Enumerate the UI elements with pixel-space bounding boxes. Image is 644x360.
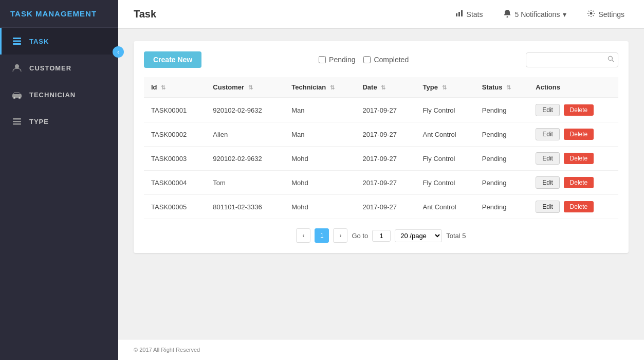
col-date: Date ⇅ (355, 77, 415, 98)
sidebar-bottom (0, 346, 118, 360)
sort-status-icon[interactable]: ⇅ (506, 84, 511, 91)
table-row: TASK00003 920102-02-9632 Mohd 2017-09-27… (144, 147, 618, 171)
cell-id: TASK00001 (144, 98, 206, 122)
cell-type: Fly Control (416, 147, 475, 171)
edit-button[interactable]: Edit (536, 176, 560, 189)
filter-pending[interactable]: Pending (319, 56, 355, 64)
table-header: Id ⇅ Customer ⇅ Technician ⇅ Date ⇅ Type… (144, 77, 618, 98)
cell-date: 2017-09-27 (355, 98, 415, 122)
task-table: Id ⇅ Customer ⇅ Technician ⇅ Date ⇅ Type… (144, 77, 618, 219)
completed-checkbox[interactable] (363, 56, 371, 63)
sidebar-type-label: TYPE (29, 118, 49, 125)
sort-technician-icon[interactable]: ⇅ (330, 84, 335, 91)
svg-rect-12 (461, 10, 463, 16)
col-id: Id ⇅ (144, 77, 206, 98)
sidebar-item-technician[interactable]: TECHNICIAN (0, 81, 118, 108)
footer-text: © 2017 All Right Reserved (134, 347, 200, 353)
cell-id: TASK00004 (144, 171, 206, 195)
search-box (526, 52, 618, 67)
edit-button[interactable]: Edit (536, 128, 560, 140)
sidebar-customer-label: CUSTOMER (29, 64, 71, 72)
cell-actions: Edit Delete (528, 195, 618, 219)
cell-type: Ant Control (416, 195, 475, 219)
topbar-actions: Stats 5 Notifications ▾ (451, 7, 629, 22)
stats-label: Stats (467, 10, 483, 19)
sidebar-item-type[interactable]: TYPE (0, 108, 118, 135)
create-new-button[interactable]: Create New (144, 51, 201, 68)
sidebar-technician-label: TECHNICIAN (29, 91, 76, 99)
cell-technician: Man (284, 122, 355, 147)
sidebar-item-customer[interactable]: CUSTOMER (0, 55, 118, 81)
pagination: ‹ 1 › Go to 20 /page 50 /page 100 /page … (144, 228, 618, 243)
cell-status: Pending (475, 98, 528, 122)
main-content: Task Stats 5 (118, 0, 644, 360)
search-input[interactable] (526, 52, 618, 67)
sort-customer-icon[interactable]: ⇅ (248, 84, 253, 91)
delete-button[interactable]: Delete (564, 177, 594, 188)
col-customer: Customer ⇅ (206, 77, 284, 98)
delete-button[interactable]: Delete (564, 104, 594, 116)
delete-button[interactable]: Delete (564, 153, 594, 164)
svg-point-6 (19, 97, 21, 99)
svg-rect-7 (13, 118, 21, 120)
notifications-button[interactable]: 5 Notifications ▾ (499, 7, 571, 22)
cell-technician: Man (284, 98, 355, 122)
cell-actions: Edit Delete (528, 122, 618, 147)
stats-icon (455, 9, 464, 20)
sidebar-collapse-btn[interactable]: ‹ (113, 46, 124, 58)
svg-point-3 (15, 64, 19, 68)
cell-customer: Tom (206, 171, 284, 195)
cell-status: Pending (475, 171, 528, 195)
cell-technician: Mohd (284, 147, 355, 171)
customer-icon (12, 63, 22, 73)
cell-id: TASK00002 (144, 122, 206, 147)
page-title: Task (134, 8, 156, 20)
delete-button[interactable]: Delete (564, 129, 594, 140)
delete-button[interactable]: Delete (564, 201, 594, 212)
footer: © 2017 All Right Reserved (118, 339, 644, 360)
table-row: TASK00002 Alien Man 2017-09-27 Ant Contr… (144, 122, 618, 147)
cell-id: TASK00005 (144, 195, 206, 219)
stats-button[interactable]: Stats (451, 7, 487, 22)
cell-customer: 920102-02-9632 (206, 147, 284, 171)
svg-rect-9 (13, 123, 21, 125)
cell-status: Pending (475, 147, 528, 171)
settings-label: Settings (598, 10, 624, 19)
table-row: TASK00004 Tom Mohd 2017-09-27 Fly Contro… (144, 171, 618, 195)
sidebar-item-task[interactable]: TASK (0, 28, 118, 55)
goto-label: Go to (352, 232, 368, 240)
filter-group: Pending Completed (212, 56, 516, 64)
edit-button[interactable]: Edit (536, 152, 560, 165)
pending-checkbox[interactable] (319, 56, 326, 63)
cell-customer: 920102-02-9632 (206, 98, 284, 122)
cell-actions: Edit Delete (528, 98, 618, 122)
settings-button[interactable]: Settings (583, 7, 629, 22)
sort-type-icon[interactable]: ⇅ (442, 84, 447, 91)
filter-completed[interactable]: Completed (363, 56, 409, 64)
cell-id: TASK00003 (144, 147, 206, 171)
edit-button[interactable]: Edit (536, 201, 560, 213)
edit-button[interactable]: Edit (536, 104, 560, 116)
next-page-btn[interactable]: › (333, 228, 347, 243)
bell-icon (503, 9, 511, 20)
perpage-select[interactable]: 20 /page 50 /page 100 /page (395, 229, 442, 242)
pending-label: Pending (329, 56, 355, 64)
svg-point-15 (609, 57, 613, 61)
goto-input[interactable] (372, 230, 391, 242)
sort-id-icon[interactable]: ⇅ (161, 84, 165, 91)
prev-page-btn[interactable]: ‹ (296, 228, 310, 243)
sort-date-icon[interactable]: ⇅ (381, 84, 385, 91)
cell-status: Pending (475, 122, 528, 147)
cell-actions: Edit Delete (528, 147, 618, 171)
page-1-btn[interactable]: 1 (315, 228, 329, 243)
toolbar: Create New Pending Completed (144, 51, 618, 68)
topbar: Task Stats 5 (118, 0, 644, 29)
svg-rect-1 (13, 41, 21, 42)
cell-date: 2017-09-27 (355, 171, 415, 195)
table-row: TASK00005 801101-02-3336 Mohd 2017-09-27… (144, 195, 618, 219)
sidebar-task-label: TASK (29, 38, 49, 45)
dropdown-icon: ▾ (563, 10, 566, 19)
header-row: Id ⇅ Customer ⇅ Technician ⇅ Date ⇅ Type… (144, 77, 618, 98)
cell-type: Fly Control (416, 171, 475, 195)
sidebar-wrapper: TASK MANAGEMENT TASK (0, 0, 118, 360)
